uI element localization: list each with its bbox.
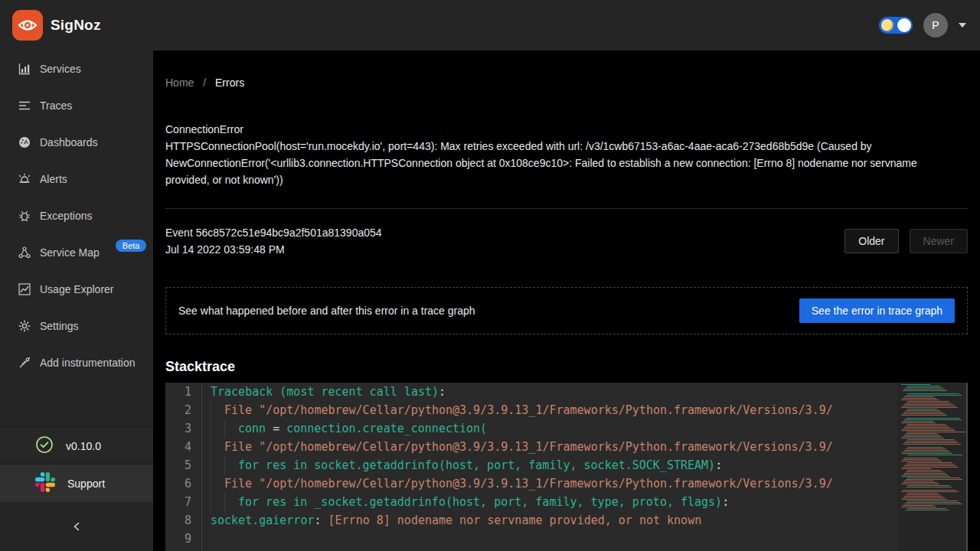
sidebar-item-dashboards[interactable]: Dashboards [0, 124, 153, 161]
code-text: for res in socket.getaddrinfo(host, port… [202, 456, 722, 474]
line-number: 8 [165, 511, 202, 530]
code-text: File "/opt/homebrew/Cellar/python@3.9/3.… [202, 438, 833, 456]
sidebar-item-label: Alerts [40, 173, 67, 185]
sidebar-item-label: Usage Explorer [40, 283, 114, 295]
code-text: During handling of the above exception, … [202, 548, 674, 551]
indent-guide [211, 456, 224, 474]
indent-guide [211, 493, 224, 511]
event-id: Event 56c8572c51e94bc9a2f501a81390a054 [165, 224, 382, 241]
version-row[interactable]: v0.10.0 [0, 427, 153, 464]
line-number: 7 [165, 493, 202, 511]
line-number: 6 [165, 474, 202, 493]
beta-badge: Beta [116, 240, 147, 252]
code-area[interactable]: 1Traceback (most recent call last):2File… [165, 383, 897, 551]
support-row[interactable]: Support [0, 464, 153, 502]
sidebar-item-label: Traces [40, 99, 72, 112]
older-button[interactable]: Older [844, 229, 898, 253]
sidebar-item-usage-explorer[interactable]: Usage Explorer [0, 271, 153, 308]
code-line: 9 [165, 530, 897, 548]
code-line: 8socket.gaierror: [Errno 8] nodename nor… [165, 511, 897, 530]
error-title: ConnectionError [165, 121, 956, 138]
sidebar-item-service-map[interactable]: Service MapBeta [0, 234, 153, 271]
line-number: 1 [165, 383, 202, 401]
breadcrumb: Home / Errors [165, 77, 968, 89]
sidebar-nav: ServicesTracesDashboardsAlertsExceptions… [0, 51, 153, 381]
error-block: ConnectionError HTTPSConnectionPool(host… [165, 121, 956, 188]
sidebar-item-exceptions[interactable]: Exceptions [0, 197, 153, 234]
sidebar-item-label: Exceptions [40, 210, 92, 222]
trace-banner-text: See what happened before and after this … [178, 305, 475, 317]
toggle-knob [897, 18, 911, 32]
moon-icon [881, 19, 893, 31]
line-chart-icon [18, 283, 31, 295]
sidebar-item-traces[interactable]: Traces [0, 87, 153, 124]
theme-toggle[interactable] [879, 17, 913, 34]
brand-name: SigNoz [51, 17, 101, 34]
code-line: 4File "/opt/homebrew/Cellar/python@3.9/3… [165, 438, 897, 456]
indent-guide [211, 419, 224, 438]
sidebar-item-alerts[interactable]: Alerts [0, 161, 153, 197]
main-content: Home / Errors ConnectionError HTTPSConne… [153, 51, 980, 551]
align-left-icon [18, 99, 31, 112]
bug-icon [18, 210, 31, 222]
sidebar-item-label: Settings [40, 320, 79, 332]
see-error-in-trace-graph-button[interactable]: See the error in trace graph [799, 298, 955, 323]
code-text: socket.gaierror: [Errno 8] nodename nor … [202, 511, 701, 530]
sidebar-item-label: Services [40, 63, 81, 75]
indent-guide [224, 493, 238, 511]
code-text: conn = connection.create_connection( [202, 419, 487, 438]
check-circle-icon [35, 435, 54, 456]
stacktrace-heading: Stacktrace [165, 359, 968, 375]
sidebar-item-add-instrumentation[interactable]: Add instrumentation [0, 344, 153, 381]
line-number: 3 [165, 419, 202, 438]
sidebar-item-services[interactable]: Services [0, 51, 153, 87]
event-meta: Event 56c8572c51e94bc9a2f501a81390a054 J… [165, 224, 382, 258]
code-text: for res in _socket.getaddrinfo(host, por… [202, 493, 729, 511]
chevron-left-icon [71, 521, 82, 532]
event-timestamp: Jul 14 2022 03:59:48 PM [165, 241, 382, 258]
newer-button[interactable]: Newer [910, 229, 968, 253]
deployment-icon [18, 246, 31, 259]
indent-guide [211, 474, 224, 493]
code-line: 5for res in socket.getaddrinfo(host, por… [165, 456, 897, 474]
event-row: Event 56c8572c51e94bc9a2f501a81390a054 J… [165, 224, 968, 258]
chevron-down-icon[interactable] [959, 23, 966, 28]
breadcrumb-home-link[interactable]: Home [165, 77, 194, 89]
code-line: 7for res in _socket.getaddrinfo(host, po… [165, 493, 897, 511]
code-text: Traceback (most recent call last): [202, 383, 446, 401]
version-label: v0.10.0 [66, 440, 101, 452]
line-number: 4 [165, 438, 202, 456]
dashboard-icon [18, 136, 31, 148]
line-number: 5 [165, 456, 202, 474]
sidebar-collapse-button[interactable] [0, 502, 153, 551]
instrument-icon [18, 357, 31, 369]
breadcrumb-current: Errors [215, 77, 244, 89]
code-line: 2File "/opt/homebrew/Cellar/python@3.9/3… [165, 401, 897, 419]
topbar: SigNoz P [0, 0, 980, 51]
code-text [202, 530, 211, 548]
line-number: 9 [165, 530, 202, 548]
indent-guide [211, 401, 224, 419]
stacktrace-code-block[interactable]: 1Traceback (most recent call last):2File… [165, 383, 968, 551]
trace-banner: See what happened before and after this … [165, 287, 968, 334]
avatar[interactable]: P [923, 13, 948, 37]
bar-chart-icon [18, 63, 31, 75]
error-message: HTTPSConnectionPool(host='run.mocekdy.io… [165, 138, 956, 188]
sidebar-footer: v0.10.0 Support [0, 427, 153, 551]
sidebar-item-label: Add instrumentation [40, 357, 136, 369]
line-number: 10 [165, 548, 202, 551]
code-minimap[interactable] [897, 383, 968, 551]
slack-icon [35, 472, 55, 494]
code-line: 3conn = connection.create_connection( [165, 419, 897, 438]
sidebar: ServicesTracesDashboardsAlertsExceptions… [0, 51, 153, 551]
code-line: 10During handling of the above exception… [165, 548, 897, 551]
indent-guide [224, 456, 238, 474]
indent-guide [224, 419, 238, 438]
divider [165, 208, 968, 209]
brand[interactable]: SigNoz [12, 10, 101, 41]
sidebar-item-settings[interactable]: Settings [0, 308, 153, 344]
pager: Older Newer [844, 229, 968, 253]
breadcrumb-separator: / [203, 77, 206, 89]
support-label: Support [67, 478, 105, 490]
sidebar-item-label: Dashboards [40, 136, 98, 148]
